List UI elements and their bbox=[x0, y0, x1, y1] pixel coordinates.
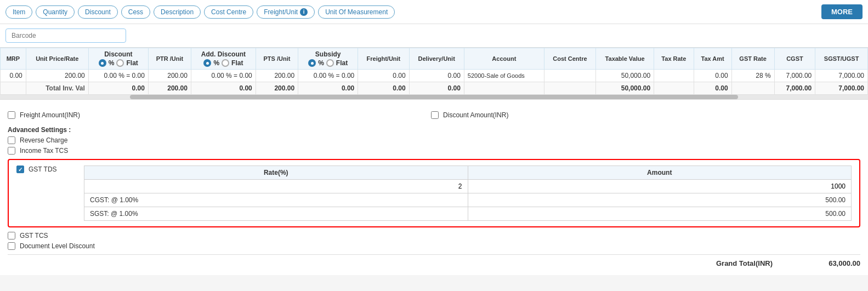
info-icon: i bbox=[300, 8, 308, 16]
chip-cost-centre[interactable]: Cost Centre bbox=[204, 5, 253, 19]
top-bar: Item Quantity Discount Cess Description … bbox=[0, 0, 868, 24]
chip-item[interactable]: Item bbox=[5, 5, 32, 19]
col-sgst: SGST/UGST bbox=[815, 48, 868, 70]
gst-tds-box: GST TDS Rate(%) Amount bbox=[8, 159, 860, 227]
chip-cost-centre-label: Cost Centre bbox=[211, 8, 246, 16]
add-discount-flat-radio[interactable] bbox=[222, 59, 229, 67]
col-subsidy: Subsidy % Flat bbox=[298, 48, 358, 70]
gst-tds-header: GST TDS bbox=[16, 166, 57, 173]
chip-discount[interactable]: Discount bbox=[78, 5, 118, 19]
discount-amount-row[interactable]: Discount Amount(INR) bbox=[431, 111, 508, 119]
chip-cess[interactable]: Cess bbox=[121, 5, 150, 19]
tds-amount-input[interactable] bbox=[474, 182, 846, 190]
tds-rate-input[interactable] bbox=[90, 182, 462, 190]
cell-pts: 200.00 bbox=[256, 70, 298, 82]
tds-amount-cell[interactable] bbox=[468, 180, 852, 193]
total-col2: 200.00 bbox=[148, 82, 191, 95]
tds-table: Rate(%) Amount bbox=[84, 166, 852, 221]
barcode-row bbox=[0, 24, 868, 48]
total-col1: 0.00 bbox=[88, 82, 148, 95]
subsidy-pct-radio[interactable] bbox=[308, 59, 316, 67]
col-taxable: Taxable Value bbox=[596, 48, 654, 70]
total-col3: 0.00 bbox=[191, 82, 256, 95]
total-col6: 0.00 bbox=[358, 82, 409, 95]
col-tax-amt: Tax Amt bbox=[694, 48, 731, 70]
cell-discount: 0.00 % = 0.00 bbox=[88, 70, 148, 82]
freight-amount-label: Freight Amount(INR) bbox=[20, 111, 80, 119]
income-tax-tcs-row[interactable]: Income Tax TCS bbox=[8, 147, 860, 155]
chip-freight-unit-label: Freight/Unit bbox=[264, 8, 298, 16]
cell-cost-centre bbox=[544, 70, 595, 82]
col-delivery: Delivery/Unit bbox=[409, 48, 464, 70]
discount-pct-radio[interactable] bbox=[99, 59, 106, 67]
items-table: MRP Unit Price/Rate Discount % Flat PTR … bbox=[0, 48, 868, 95]
col-cost-centre: Cost Centre bbox=[544, 48, 595, 70]
discount-amount-label: Discount Amount(INR) bbox=[443, 111, 508, 119]
grand-total-value: 63,000.00 bbox=[795, 259, 860, 267]
cell-delivery: 0.00 bbox=[409, 70, 464, 82]
discount-amount-checkbox[interactable] bbox=[431, 111, 439, 119]
total-account bbox=[464, 82, 544, 95]
subsidy-flat-radio[interactable] bbox=[326, 59, 334, 67]
cell-add-discount: 0.00 % = 0.00 bbox=[191, 70, 256, 82]
gst-tcs-label: GST TCS bbox=[20, 232, 48, 239]
cell-subsidy: 0.00 % = 0.00 bbox=[298, 70, 358, 82]
cell-unit-price: 200.00 bbox=[26, 70, 88, 82]
chip-cess-label: Cess bbox=[128, 8, 143, 16]
add-discount-pct-radio[interactable] bbox=[203, 59, 211, 67]
gst-tcs-checkbox[interactable] bbox=[8, 232, 15, 239]
chip-description-label: Description bbox=[161, 8, 194, 16]
reverse-charge-label: Reverse Charge bbox=[20, 136, 67, 144]
discount-flat-radio[interactable] bbox=[116, 59, 124, 67]
freight-discount-row: Freight Amount(INR) Discount Amount(INR) bbox=[8, 109, 860, 122]
total-tax-rate bbox=[654, 82, 694, 95]
chip-quantity[interactable]: Quantity bbox=[36, 5, 75, 19]
scroll-thumb[interactable] bbox=[130, 95, 737, 99]
gst-tds-label: GST TDS bbox=[29, 166, 57, 173]
document-level-discount-row[interactable]: Document Level Discount bbox=[8, 242, 860, 250]
document-level-discount-checkbox[interactable] bbox=[8, 242, 15, 250]
total-label-cell bbox=[1, 82, 26, 95]
gst-tds-checkbox[interactable] bbox=[16, 166, 24, 173]
tds-rate-header: Rate(%) bbox=[84, 166, 468, 180]
chip-uom[interactable]: Unit Of Measurement bbox=[318, 5, 395, 19]
cell-ptr: 200.00 bbox=[148, 70, 191, 82]
tds-sgst-value: 500.00 bbox=[468, 207, 852, 221]
total-col7: 0.00 bbox=[409, 82, 464, 95]
col-mrp: MRP bbox=[1, 48, 26, 70]
tds-cgst-value: 500.00 bbox=[468, 193, 852, 207]
chip-description[interactable]: Description bbox=[154, 5, 201, 19]
col-unit-price: Unit Price/Rate bbox=[26, 48, 88, 70]
cell-cgst: 7,000.00 bbox=[774, 70, 815, 82]
cell-account: 52000-Sale of Goods bbox=[464, 70, 544, 82]
col-add-discount: Add. Discount % Flat bbox=[191, 48, 256, 70]
gst-tcs-row[interactable]: GST TCS bbox=[8, 232, 860, 239]
tds-input-row bbox=[84, 180, 852, 193]
tds-rate-cell[interactable] bbox=[84, 180, 468, 193]
total-taxable: 50,000.00 bbox=[596, 82, 654, 95]
tds-amount-header: Amount bbox=[468, 166, 852, 180]
freight-amount-row[interactable]: Freight Amount(INR) bbox=[8, 111, 80, 119]
advanced-settings-label: Advanced Settings : bbox=[8, 126, 860, 134]
scrollbar[interactable] bbox=[0, 95, 868, 99]
reverse-charge-checkbox[interactable] bbox=[8, 136, 15, 144]
chip-freight-unit[interactable]: Freight/Unit i bbox=[257, 5, 315, 19]
freight-amount-checkbox[interactable] bbox=[8, 111, 15, 119]
more-button[interactable]: MORE bbox=[821, 4, 863, 19]
col-tax-rate: Tax Rate bbox=[654, 48, 694, 70]
barcode-input[interactable] bbox=[5, 28, 126, 43]
tds-sgst-label: SGST: @ 1.00% bbox=[84, 207, 468, 221]
chip-discount-label: Discount bbox=[85, 8, 111, 16]
bottom-section: Freight Amount(INR) Discount Amount(INR)… bbox=[0, 100, 868, 275]
income-tax-tcs-checkbox[interactable] bbox=[8, 147, 15, 155]
reverse-charge-row[interactable]: Reverse Charge bbox=[8, 136, 860, 144]
total-gst-rate bbox=[731, 82, 774, 95]
chip-quantity-label: Quantity bbox=[43, 8, 67, 16]
table-row: 0.00 200.00 0.00 % = 0.00 200.00 0.00 % … bbox=[1, 70, 868, 82]
cell-mrp: 0.00 bbox=[1, 70, 26, 82]
total-cost-centre bbox=[544, 82, 595, 95]
cell-tax-amt: 0.00 bbox=[694, 70, 731, 82]
cell-taxable: 50,000.00 bbox=[596, 70, 654, 82]
total-tax-amt: 0.00 bbox=[694, 82, 731, 95]
tds-sgst-row: SGST: @ 1.00% 500.00 bbox=[84, 207, 852, 221]
